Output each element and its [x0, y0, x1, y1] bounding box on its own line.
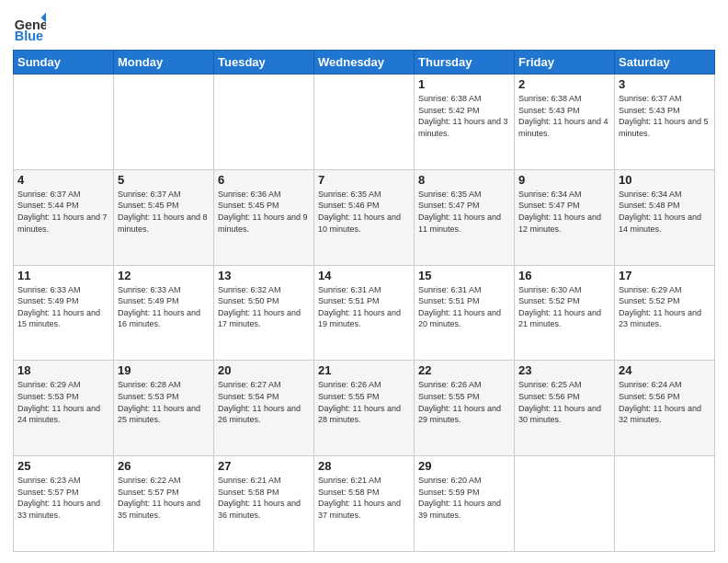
day-number: 20 — [218, 363, 310, 377]
calendar-cell: 6Sunrise: 6:36 AM Sunset: 5:45 PM Daylig… — [214, 169, 314, 265]
day-number: 18 — [17, 363, 109, 377]
day-number: 9 — [518, 173, 610, 187]
day-info: Sunrise: 6:21 AM Sunset: 5:58 PM Dayligh… — [218, 475, 310, 521]
day-number: 22 — [418, 363, 510, 377]
header: General Blue — [13, 11, 715, 44]
day-number: 6 — [218, 173, 310, 187]
day-number: 13 — [218, 269, 310, 282]
day-number: 19 — [118, 363, 210, 377]
day-info: Sunrise: 6:37 AM Sunset: 5:43 PM Dayligh… — [619, 93, 711, 139]
calendar-cell: 29Sunrise: 6:20 AM Sunset: 5:59 PM Dayli… — [415, 456, 515, 552]
day-number: 17 — [619, 269, 711, 282]
day-number: 7 — [318, 173, 410, 187]
day-info: Sunrise: 6:21 AM Sunset: 5:58 PM Dayligh… — [318, 475, 410, 521]
day-number: 29 — [418, 459, 510, 473]
day-number: 24 — [619, 363, 711, 377]
calendar-week-row: 1Sunrise: 6:38 AM Sunset: 5:42 PM Daylig… — [14, 75, 715, 170]
day-number: 27 — [218, 459, 310, 473]
calendar-cell: 23Sunrise: 6:25 AM Sunset: 5:56 PM Dayli… — [515, 361, 615, 456]
weekday-header-tuesday: Tuesday — [214, 51, 314, 75]
calendar-cell: 1Sunrise: 6:38 AM Sunset: 5:42 PM Daylig… — [415, 75, 515, 170]
calendar-cell: 9Sunrise: 6:34 AM Sunset: 5:47 PM Daylig… — [515, 169, 615, 265]
calendar-cell: 21Sunrise: 6:26 AM Sunset: 5:55 PM Dayli… — [314, 361, 415, 456]
calendar-cell: 14Sunrise: 6:31 AM Sunset: 5:51 PM Dayli… — [314, 265, 415, 361]
day-number: 21 — [318, 363, 410, 377]
weekday-header-row: SundayMondayTuesdayWednesdayThursdayFrid… — [14, 51, 715, 75]
day-info: Sunrise: 6:30 AM Sunset: 5:52 PM Dayligh… — [518, 284, 610, 330]
day-info: Sunrise: 6:24 AM Sunset: 5:56 PM Dayligh… — [619, 379, 711, 425]
calendar-cell — [314, 75, 415, 170]
day-number: 5 — [118, 173, 210, 187]
calendar-cell: 10Sunrise: 6:34 AM Sunset: 5:48 PM Dayli… — [615, 169, 715, 265]
weekday-header-wednesday: Wednesday — [314, 51, 415, 75]
calendar-cell: 22Sunrise: 6:26 AM Sunset: 5:55 PM Dayli… — [415, 361, 515, 456]
weekday-header-friday: Friday — [515, 51, 615, 75]
day-info: Sunrise: 6:33 AM Sunset: 5:49 PM Dayligh… — [118, 284, 210, 330]
calendar-cell — [114, 75, 214, 170]
calendar-cell: 24Sunrise: 6:24 AM Sunset: 5:56 PM Dayli… — [615, 361, 715, 456]
day-number: 11 — [17, 269, 109, 282]
day-number: 3 — [619, 77, 711, 91]
calendar-cell: 28Sunrise: 6:21 AM Sunset: 5:58 PM Dayli… — [314, 456, 415, 552]
svg-text:Blue: Blue — [15, 29, 43, 43]
calendar-cell: 26Sunrise: 6:22 AM Sunset: 5:57 PM Dayli… — [114, 456, 214, 552]
day-info: Sunrise: 6:32 AM Sunset: 5:50 PM Dayligh… — [218, 284, 310, 330]
day-info: Sunrise: 6:31 AM Sunset: 5:51 PM Dayligh… — [418, 284, 510, 330]
calendar-week-row: 11Sunrise: 6:33 AM Sunset: 5:49 PM Dayli… — [14, 265, 715, 361]
calendar-table: SundayMondayTuesdayWednesdayThursdayFrid… — [13, 50, 715, 552]
calendar-cell — [515, 456, 615, 552]
day-info: Sunrise: 6:36 AM Sunset: 5:45 PM Dayligh… — [218, 189, 310, 235]
calendar-cell: 8Sunrise: 6:35 AM Sunset: 5:47 PM Daylig… — [415, 169, 515, 265]
calendar-cell: 17Sunrise: 6:29 AM Sunset: 5:52 PM Dayli… — [615, 265, 715, 361]
day-number: 8 — [418, 173, 510, 187]
day-number: 16 — [518, 269, 610, 282]
weekday-header-sunday: Sunday — [14, 51, 114, 75]
day-number: 23 — [518, 363, 610, 377]
day-info: Sunrise: 6:25 AM Sunset: 5:56 PM Dayligh… — [518, 379, 610, 425]
day-number: 28 — [318, 459, 410, 473]
calendar-week-row: 18Sunrise: 6:29 AM Sunset: 5:53 PM Dayli… — [14, 361, 715, 456]
calendar-cell: 27Sunrise: 6:21 AM Sunset: 5:58 PM Dayli… — [214, 456, 314, 552]
day-number: 26 — [118, 459, 210, 473]
day-info: Sunrise: 6:31 AM Sunset: 5:51 PM Dayligh… — [318, 284, 410, 330]
calendar-cell: 19Sunrise: 6:28 AM Sunset: 5:53 PM Dayli… — [114, 361, 214, 456]
calendar-cell: 3Sunrise: 6:37 AM Sunset: 5:43 PM Daylig… — [615, 75, 715, 170]
day-info: Sunrise: 6:37 AM Sunset: 5:45 PM Dayligh… — [118, 189, 210, 235]
day-number: 15 — [418, 269, 510, 282]
calendar-cell: 13Sunrise: 6:32 AM Sunset: 5:50 PM Dayli… — [214, 265, 314, 361]
calendar-cell: 4Sunrise: 6:37 AM Sunset: 5:44 PM Daylig… — [14, 169, 114, 265]
day-number: 25 — [17, 459, 109, 473]
day-info: Sunrise: 6:20 AM Sunset: 5:59 PM Dayligh… — [418, 475, 510, 521]
calendar-week-row: 4Sunrise: 6:37 AM Sunset: 5:44 PM Daylig… — [14, 169, 715, 265]
calendar-cell: 7Sunrise: 6:35 AM Sunset: 5:46 PM Daylig… — [314, 169, 415, 265]
day-info: Sunrise: 6:35 AM Sunset: 5:47 PM Dayligh… — [418, 189, 510, 235]
day-number: 4 — [17, 173, 109, 187]
day-info: Sunrise: 6:38 AM Sunset: 5:43 PM Dayligh… — [518, 93, 610, 139]
calendar-cell: 5Sunrise: 6:37 AM Sunset: 5:45 PM Daylig… — [114, 169, 214, 265]
logo: General Blue — [13, 11, 46, 44]
day-info: Sunrise: 6:34 AM Sunset: 5:48 PM Dayligh… — [619, 189, 711, 235]
day-info: Sunrise: 6:35 AM Sunset: 5:46 PM Dayligh… — [318, 189, 410, 235]
day-number: 12 — [118, 269, 210, 282]
day-info: Sunrise: 6:26 AM Sunset: 5:55 PM Dayligh… — [318, 379, 410, 425]
day-info: Sunrise: 6:34 AM Sunset: 5:47 PM Dayligh… — [518, 189, 610, 235]
day-number: 2 — [518, 77, 610, 91]
day-info: Sunrise: 6:29 AM Sunset: 5:52 PM Dayligh… — [619, 284, 711, 330]
calendar-cell: 18Sunrise: 6:29 AM Sunset: 5:53 PM Dayli… — [14, 361, 114, 456]
calendar-cell — [615, 456, 715, 552]
day-info: Sunrise: 6:37 AM Sunset: 5:44 PM Dayligh… — [17, 189, 109, 235]
day-number: 1 — [418, 77, 510, 91]
calendar-cell: 11Sunrise: 6:33 AM Sunset: 5:49 PM Dayli… — [14, 265, 114, 361]
day-number: 10 — [619, 173, 711, 187]
day-info: Sunrise: 6:23 AM Sunset: 5:57 PM Dayligh… — [17, 475, 109, 521]
calendar-cell — [14, 75, 114, 170]
calendar-cell: 16Sunrise: 6:30 AM Sunset: 5:52 PM Dayli… — [515, 265, 615, 361]
weekday-header-monday: Monday — [114, 51, 214, 75]
calendar-cell — [214, 75, 314, 170]
day-info: Sunrise: 6:26 AM Sunset: 5:55 PM Dayligh… — [418, 379, 510, 425]
calendar-cell: 15Sunrise: 6:31 AM Sunset: 5:51 PM Dayli… — [415, 265, 515, 361]
day-info: Sunrise: 6:28 AM Sunset: 5:53 PM Dayligh… — [118, 379, 210, 425]
calendar-cell: 25Sunrise: 6:23 AM Sunset: 5:57 PM Dayli… — [14, 456, 114, 552]
calendar-cell: 20Sunrise: 6:27 AM Sunset: 5:54 PM Dayli… — [214, 361, 314, 456]
day-info: Sunrise: 6:27 AM Sunset: 5:54 PM Dayligh… — [218, 379, 310, 425]
